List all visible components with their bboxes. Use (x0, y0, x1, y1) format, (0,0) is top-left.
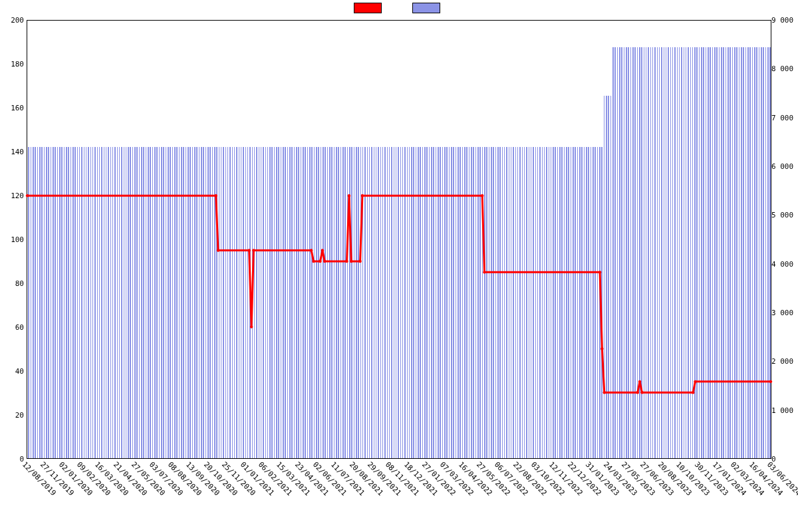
y-left-tick: 160 (3, 104, 24, 112)
line-point (636, 391, 639, 394)
chart-container: 020406080100120140160180200 01 0002 0003… (0, 0, 798, 532)
y-right-tick: 6 000 (771, 162, 795, 171)
y-right-tick: 5 000 (771, 211, 795, 219)
line-point (321, 249, 324, 251)
legend-item-red (354, 3, 386, 13)
line-point (694, 380, 696, 383)
line-point (483, 271, 485, 273)
legend (0, 3, 798, 13)
line-point (603, 391, 606, 394)
y-right-tick: 7 000 (771, 113, 795, 122)
y-left-tick: 120 (3, 192, 24, 200)
line-point (310, 249, 313, 251)
y-left-tick: 40 (3, 367, 24, 376)
y-left-tick: 20 (3, 411, 24, 420)
y-left-tick: 100 (3, 235, 24, 244)
line-point (217, 249, 219, 251)
line-point (345, 260, 348, 263)
plot-area (27, 20, 771, 459)
legend-item-blue (412, 3, 444, 13)
y-left-tick: 80 (3, 279, 24, 288)
y-right-tick: 3 000 (771, 309, 795, 317)
line-point (250, 325, 253, 328)
line-series (27, 21, 771, 458)
line-point (214, 194, 217, 197)
line-point (640, 391, 643, 394)
line-point (361, 194, 364, 197)
line-point (769, 380, 772, 383)
y-right-tick: 8 000 (771, 65, 795, 73)
legend-swatch-blue (412, 3, 440, 13)
line-point (598, 271, 601, 273)
line-point (248, 249, 251, 251)
line-point (692, 391, 694, 394)
line-point (312, 260, 315, 263)
y-right-tick: 9 000 (771, 16, 795, 25)
y-left-tick: 200 (3, 16, 24, 25)
y-right-tick: 0 (771, 455, 795, 464)
line-point (26, 194, 29, 197)
line-point (319, 260, 321, 263)
y-left-tick: 60 (3, 323, 24, 332)
x-axis: 12/08/201927/11/201902/01/202009/02/2020… (27, 460, 771, 527)
line-point (323, 260, 326, 263)
line-point (600, 347, 603, 350)
y-right-tick: 1 000 (771, 406, 795, 414)
y-left-tick: 0 (3, 455, 24, 464)
line-point (348, 194, 350, 197)
line-point (358, 260, 361, 263)
line-point (350, 260, 352, 263)
line-point (481, 194, 483, 197)
line-point (252, 249, 255, 251)
y-left-tick: 180 (3, 60, 24, 68)
y-left-tick: 140 (3, 148, 24, 156)
y-right-tick: 4 000 (771, 259, 795, 268)
line-path (27, 196, 771, 392)
legend-swatch-red (354, 3, 382, 13)
y-right-tick: 2 000 (771, 357, 795, 366)
line-point (638, 380, 641, 383)
